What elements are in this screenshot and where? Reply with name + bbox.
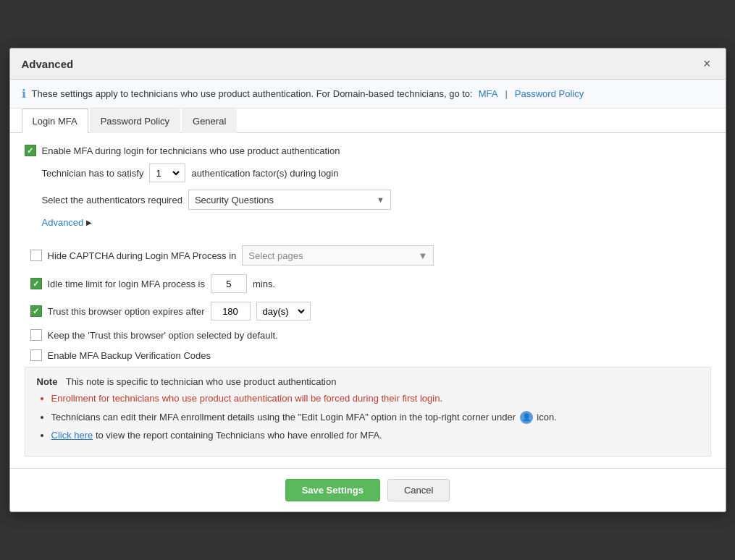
advanced-arrow-icon: ▶ xyxy=(86,219,92,226)
cancel-button[interactable]: Cancel xyxy=(387,479,450,501)
note-intro: This note is specific to technician who … xyxy=(66,376,337,387)
select-pages-chevron: ▼ xyxy=(418,250,427,261)
note-item-2-after: icon. xyxy=(537,412,556,423)
authenticators-chevron: ▼ xyxy=(377,195,385,204)
note-label: Note xyxy=(37,376,58,387)
idle-time-label: Idle time limit for login MFA process is xyxy=(48,279,205,289)
idle-time-input[interactable] xyxy=(211,274,247,293)
mfa-link[interactable]: MFA xyxy=(479,88,498,99)
hide-captcha-row: Hide CAPTCHA during Login MFA Process in… xyxy=(30,245,711,266)
keep-trust-checkbox[interactable] xyxy=(30,329,42,341)
idle-time-checkbox[interactable] xyxy=(30,278,42,289)
close-button[interactable]: × xyxy=(700,56,714,72)
enable-backup-row: Enable MFA Backup Verification Codes xyxy=(30,349,711,361)
select-pages-dropdown[interactable]: Select pages ▼ xyxy=(242,245,434,266)
idle-time-suffix: mins. xyxy=(253,279,275,289)
modal-footer: Save Settings Cancel xyxy=(10,468,726,512)
advanced-link-label: Advanced xyxy=(42,217,84,228)
authenticators-row: Select the authenticators required Secur… xyxy=(25,190,711,210)
select-pages-placeholder: Select pages xyxy=(248,250,303,261)
tabs-container: Login MFA Password Policy General xyxy=(10,109,726,133)
idle-time-row: Idle time limit for login MFA process is… xyxy=(30,274,711,293)
keep-trust-label: Keep the 'Trust this browser' option sel… xyxy=(48,330,278,341)
click-here-link[interactable]: Click here xyxy=(51,430,93,441)
trust-browser-unit-dropdown[interactable]: day(s) hour(s) xyxy=(260,305,307,318)
avatar-icon: 👤 xyxy=(520,411,533,424)
trust-browser-unit-select[interactable]: day(s) hour(s) xyxy=(256,302,311,321)
satisfy-count-dropdown[interactable]: 1 2 3 xyxy=(153,167,182,179)
keep-trust-row: Keep the 'Trust this browser' option sel… xyxy=(30,329,711,341)
tab-login-mfa[interactable]: Login MFA xyxy=(22,109,88,133)
note-item-3-after: to view the report containing Technician… xyxy=(93,430,382,441)
info-bar: ℹ These settings apply to technicians wh… xyxy=(10,80,726,109)
enable-mfa-label: Enable MFA during login for technicians … xyxy=(42,145,340,156)
note-item-2: Technicians can edit their MFA enrollmen… xyxy=(51,410,699,425)
advanced-expand-link[interactable]: Advanced ▶ xyxy=(42,217,93,228)
password-policy-link[interactable]: Password Policy xyxy=(515,88,584,99)
enable-backup-label: Enable MFA Backup Verification Codes xyxy=(48,350,211,361)
satisfy-row: Technician has to satisfy 1 2 3 authenti… xyxy=(25,164,711,182)
info-bar-text: These settings apply to technicians who … xyxy=(32,88,473,99)
note-item-3: Click here to view the report containing… xyxy=(51,428,699,443)
trust-browser-row: Trust this browser option expires after … xyxy=(30,302,711,321)
modal-overlay: Advanced × ℹ These settings apply to tec… xyxy=(0,0,735,560)
advanced-section: Hide CAPTCHA during Login MFA Process in… xyxy=(25,245,711,361)
note-item-2-before: Technicians can edit their MFA enrollmen… xyxy=(51,412,516,423)
note-list: Enrollment for technicians who use produ… xyxy=(37,391,699,443)
satisfy-suffix: authentication factor(s) during login xyxy=(191,168,338,179)
enable-mfa-checkbox[interactable] xyxy=(25,145,36,156)
hide-captcha-checkbox[interactable] xyxy=(30,250,42,261)
note-section: Note This note is specific to technician… xyxy=(25,367,711,457)
tab-password-policy[interactable]: Password Policy xyxy=(90,109,180,133)
trust-browser-input[interactable] xyxy=(211,302,251,321)
save-settings-button[interactable]: Save Settings xyxy=(285,479,380,501)
modal-body: Enable MFA during login for technicians … xyxy=(10,133,726,468)
authenticators-dropdown[interactable]: Security Questions ▼ xyxy=(188,190,391,210)
trust-browser-label: Trust this browser option expires after xyxy=(48,306,205,317)
click-here-text: Click here xyxy=(51,430,93,441)
note-item-1: Enrollment for technicians who use produ… xyxy=(51,391,699,406)
info-icon: ℹ xyxy=(22,87,26,101)
tab-general[interactable]: General xyxy=(182,109,237,133)
hide-captcha-label: Hide CAPTCHA during Login MFA Process in xyxy=(48,250,237,261)
modal-title: Advanced xyxy=(22,58,74,70)
enable-backup-checkbox[interactable] xyxy=(30,349,42,361)
authenticators-label: Select the authenticators required xyxy=(42,195,182,205)
advanced-modal: Advanced × ℹ These settings apply to tec… xyxy=(9,48,726,512)
separator: | xyxy=(505,88,507,99)
satisfy-prefix: Technician has to satisfy xyxy=(42,168,144,179)
trust-browser-checkbox[interactable] xyxy=(30,305,42,317)
enable-mfa-row: Enable MFA during login for technicians … xyxy=(25,145,711,156)
authenticators-value: Security Questions xyxy=(195,195,274,205)
modal-header: Advanced × xyxy=(10,48,726,80)
satisfy-count-select[interactable]: 1 2 3 xyxy=(149,164,185,182)
